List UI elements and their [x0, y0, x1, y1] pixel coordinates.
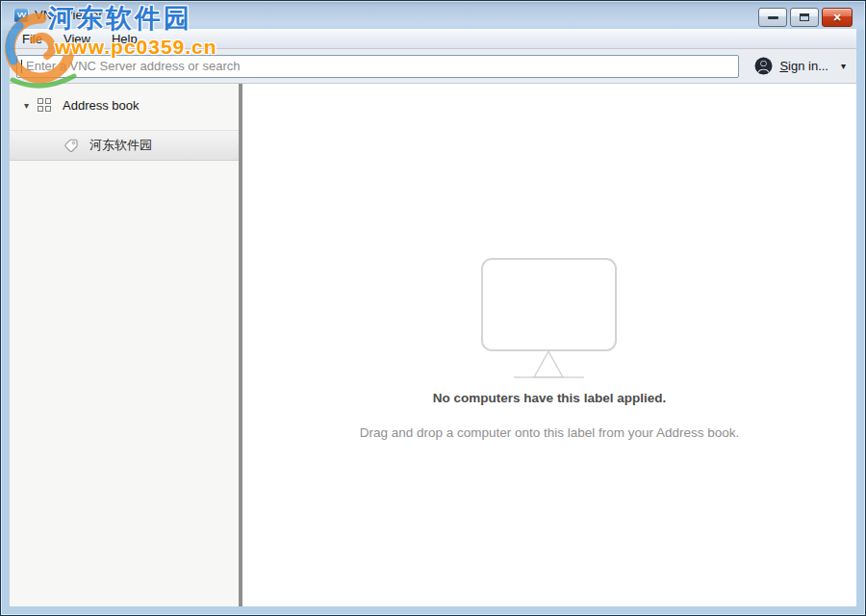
empty-title: No computers have this label applied. — [433, 391, 666, 405]
menu-view[interactable]: View — [53, 30, 101, 48]
menu-file[interactable]: File — [12, 30, 53, 48]
content: ▾ Address book 河东软件园 — [10, 84, 856, 606]
address-book-icon — [38, 98, 52, 113]
menu-help[interactable]: Help — [101, 30, 148, 48]
maximize-icon — [800, 13, 809, 21]
minimize-icon — [768, 16, 778, 19]
vnc-viewer-window: VV VNC Viewer ✕ File View Help — [0, 0, 866, 616]
main-panel: No computers have this label applied. Dr… — [242, 84, 856, 606]
chevron-down-icon[interactable]: ▾ — [841, 61, 846, 71]
toolbar: Sign in... ▾ — [10, 49, 856, 84]
close-icon: ✕ — [832, 13, 841, 23]
client-area: File View Help Sign in... ▾ — [10, 29, 856, 606]
search-wrap — [16, 55, 739, 78]
user-avatar-icon — [754, 57, 773, 75]
signin-label: Sign in... — [779, 59, 828, 73]
maximize-button[interactable] — [790, 8, 819, 27]
text-caret — [21, 60, 22, 73]
address-book-label: Address book — [63, 98, 140, 113]
sidebar-item-address-book[interactable]: ▾ Address book — [10, 92, 239, 117]
titlebar[interactable]: VV VNC Viewer ✕ — [1, 1, 865, 29]
sidebar: ▾ Address book 河东软件园 — [10, 84, 239, 606]
sidebar-item-label-selected[interactable]: 河东软件园 — [10, 130, 239, 161]
empty-subtitle: Drag and drop a computer onto this label… — [360, 425, 740, 440]
empty-state: No computers have this label applied. Dr… — [242, 257, 856, 440]
label-item-text: 河东软件园 — [89, 137, 152, 154]
search-input[interactable] — [16, 55, 739, 78]
close-button[interactable]: ✕ — [822, 8, 853, 27]
window-controls: ✕ — [758, 8, 853, 27]
monitor-icon — [477, 257, 622, 380]
minimize-button[interactable] — [758, 8, 787, 27]
signin-button[interactable]: Sign in... ▾ — [754, 57, 846, 75]
window-title: VNC Viewer — [35, 8, 103, 22]
expander-arrow-icon[interactable]: ▾ — [24, 100, 38, 111]
tag-icon — [63, 137, 80, 154]
menu-bar: File View Help — [10, 29, 856, 49]
vnc-app-icon: VV — [13, 8, 29, 23]
